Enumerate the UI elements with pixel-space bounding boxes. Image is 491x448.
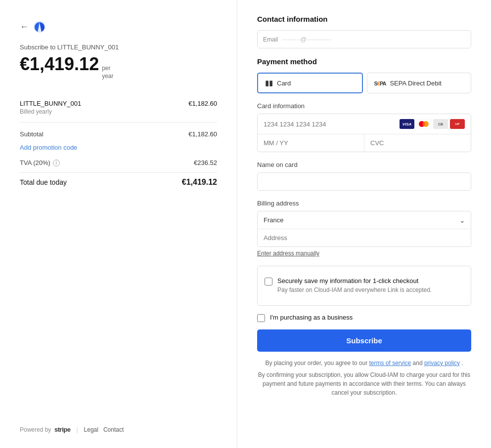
name-on-card-label: Name on card (257, 161, 471, 168)
subtotal-label: Subtotal (20, 130, 44, 138)
total-label: Total due today (20, 178, 67, 186)
save-info-checkbox[interactable] (265, 278, 272, 285)
card-expiry-input[interactable] (258, 134, 364, 152)
footer-separator: | (76, 426, 78, 433)
enter-address-manually-link[interactable]: Enter address manually (257, 250, 319, 257)
subscribe-title: Subscribe to LITTLE_BUNNY_001 (20, 43, 217, 51)
tax-label: TVA (20%) i (20, 159, 60, 166)
card-info-section: Card information VISA CB UP (257, 102, 471, 152)
payment-method-tabs: ▮▮ Card S€PA SEPA Direct Debit (257, 73, 471, 93)
total-amount: €1,419.12 (182, 178, 217, 187)
left-panel: ← Subscribe to LITTLE_BUNNY_001 €1,419.1… (0, 0, 237, 448)
privacy-policy-link[interactable]: privacy policy (424, 360, 460, 367)
billing-address-title: Billing address (257, 200, 471, 207)
name-on-card-input[interactable] (257, 172, 471, 191)
legal-text-2: By confirming your subscription, you all… (257, 370, 471, 397)
card-tab-label: Card (277, 80, 291, 87)
order-item-billing: Billed yearly (20, 108, 81, 115)
tax-info-icon[interactable]: i (53, 160, 60, 166)
order-item-info: LITTLE_BUNNY_001 Billed yearly (20, 100, 81, 115)
card-input-group: VISA CB UP (257, 114, 471, 152)
tax-row: TVA (20%) i €236.52 (20, 157, 217, 172)
subscribe-button[interactable]: Subscribe (257, 329, 471, 352)
powered-by-section: Powered by stripe | Legal Contact (20, 426, 124, 433)
order-line-item: LITTLE_BUNNY_001 Billed yearly €1,182.60 (20, 95, 217, 120)
email-field-wrap: Email (257, 30, 471, 48)
right-panel: Contact information Email Payment method… (237, 0, 491, 448)
country-select[interactable]: France Germany Spain United Kingdom (257, 211, 471, 229)
card-number-row: VISA CB UP (258, 114, 471, 134)
legal-text-1: By placing your order, you agree to our … (257, 359, 471, 367)
card-number-input[interactable] (264, 121, 396, 128)
card-cvc-input[interactable] (364, 134, 471, 152)
stripe-logo: stripe (54, 426, 70, 433)
price-amount: €1,419.12 (20, 54, 99, 75)
business-checkbox[interactable] (257, 314, 265, 322)
email-input[interactable] (257, 30, 471, 48)
card-expiry-cvc-row (258, 134, 471, 152)
total-row: Total due today €1,419.12 (20, 172, 217, 192)
terms-of-service-link[interactable]: terms of service (369, 360, 411, 367)
sepa-tab-label: SEPA Direct Debit (390, 80, 442, 87)
tax-amount: €236.52 (194, 159, 217, 166)
divider-1 (20, 122, 217, 122)
order-item-name: LITTLE_BUNNY_001 (20, 100, 81, 107)
contact-link[interactable]: Contact (103, 426, 124, 433)
unionpay-logo: UP (450, 119, 465, 129)
card-info-title: Card information (257, 102, 471, 110)
payment-section-title: Payment method (257, 57, 471, 66)
sepa-icon: S€PA (374, 80, 386, 87)
save-info-title: Securely save my information for 1-click… (277, 277, 464, 285)
legal-link[interactable]: Legal (84, 426, 98, 433)
contact-section-title: Contact information (257, 15, 471, 23)
subtotal-row: Subtotal €1,182.60 (20, 124, 217, 144)
business-label: I'm purchasing as a business (270, 314, 353, 321)
save-info-subtitle: Pay faster on Cloud-IAM and everywhere L… (277, 286, 464, 294)
name-on-card-group: Name on card (257, 161, 471, 191)
price-period: per year (102, 65, 113, 80)
card-icon: ▮▮ (265, 79, 273, 87)
subtotal-amount: €1,182.60 (188, 130, 217, 138)
add-promo-link[interactable]: Add promotion code (20, 144, 217, 151)
footer-links: Legal Contact (84, 426, 124, 433)
save-info-row: Securely save my information for 1-click… (265, 272, 464, 299)
country-select-wrap: France Germany Spain United Kingdom ⌄ (257, 211, 471, 229)
back-button[interactable]: ← (20, 22, 29, 32)
brand-logo (33, 20, 46, 34)
card-logos: VISA CB UP (400, 119, 465, 129)
back-nav: ← (20, 20, 217, 34)
save-info-card: Securely save my information for 1-click… (257, 266, 471, 306)
address-input[interactable] (257, 229, 471, 247)
price-row: €1,419.12 per year (20, 54, 217, 80)
save-info-text: Securely save my information for 1-click… (277, 277, 464, 294)
cb-logo: CB (433, 119, 448, 129)
sepa-tab[interactable]: S€PA SEPA Direct Debit (367, 73, 472, 93)
order-item-amount: €1,182.60 (188, 100, 217, 107)
mastercard-logo (416, 119, 431, 129)
business-row: I'm purchasing as a business (257, 311, 471, 329)
powered-by-text: Powered by stripe (20, 426, 70, 433)
visa-logo: VISA (400, 119, 414, 129)
card-tab[interactable]: ▮▮ Card (257, 73, 363, 93)
billing-address-group: Billing address France Germany Spain Uni… (257, 200, 471, 257)
